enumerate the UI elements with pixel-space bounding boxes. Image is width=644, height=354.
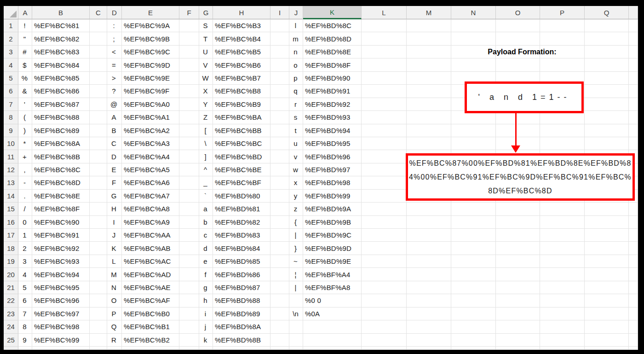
cell-R18[interactable] bbox=[629, 242, 638, 255]
cell-A12[interactable]: , bbox=[18, 163, 32, 176]
cell-N19[interactable] bbox=[451, 255, 496, 268]
cell-R6[interactable] bbox=[629, 85, 638, 98]
cell-I9[interactable] bbox=[270, 124, 289, 137]
cell-A20[interactable]: 4 bbox=[18, 268, 32, 281]
cell-R8[interactable] bbox=[629, 111, 638, 124]
cell-O18[interactable] bbox=[496, 242, 540, 255]
cell-M8[interactable] bbox=[407, 111, 451, 124]
cell-E19[interactable]: %EF%BC%AC bbox=[122, 255, 179, 268]
cell-Q5[interactable] bbox=[585, 72, 629, 85]
cell-H15[interactable]: %EF%BD%81 bbox=[213, 203, 270, 215]
cell-L5[interactable] bbox=[362, 72, 407, 85]
cell-R9[interactable] bbox=[629, 124, 638, 137]
column-header-D[interactable]: D bbox=[107, 6, 122, 19]
cell-C20[interactable] bbox=[90, 268, 107, 281]
cell-H22[interactable]: %EF%BD%88 bbox=[213, 294, 270, 307]
cell-E24[interactable]: %EF%BC%B1 bbox=[122, 320, 179, 333]
cell-K10[interactable]: %EF%BD%95 bbox=[303, 137, 362, 150]
cell-K5[interactable]: %EF%BD%90 bbox=[303, 72, 362, 85]
cell-L10[interactable] bbox=[362, 137, 407, 150]
cell-J21[interactable]: | bbox=[289, 281, 303, 294]
column-header-partial[interactable] bbox=[629, 6, 638, 19]
cell-B12[interactable]: %EF%BC%8C bbox=[32, 163, 90, 176]
cell-L2[interactable] bbox=[362, 32, 407, 45]
cell-K18[interactable]: %EF%BD%9D bbox=[303, 242, 362, 255]
cell-J16[interactable]: { bbox=[289, 216, 303, 229]
cell-H2[interactable]: %EF%BC%B4 bbox=[213, 32, 270, 45]
cell-O16[interactable] bbox=[496, 216, 540, 229]
cell-L7[interactable] bbox=[362, 98, 407, 111]
cell-H8[interactable]: %EF%BC%BA bbox=[213, 111, 270, 124]
cell-J4[interactable]: o bbox=[289, 58, 303, 71]
cell-Q8[interactable] bbox=[585, 111, 629, 124]
cell-L12[interactable] bbox=[362, 163, 407, 176]
cell-B8[interactable]: %EF%BC%88 bbox=[32, 111, 90, 124]
cell-A5[interactable]: % bbox=[18, 72, 32, 85]
cell-C18[interactable] bbox=[90, 242, 107, 255]
cell-Q20[interactable] bbox=[585, 268, 629, 281]
cell-K17[interactable]: %EF%BD%9C bbox=[303, 229, 362, 242]
cell-O24[interactable] bbox=[496, 320, 540, 333]
cell-C16[interactable] bbox=[90, 216, 107, 229]
cell-J17[interactable]: | bbox=[289, 229, 303, 242]
cell-P1[interactable] bbox=[540, 19, 585, 32]
cell-F3[interactable] bbox=[179, 46, 199, 58]
cell-A11[interactable]: + bbox=[18, 150, 32, 163]
row-header-2[interactable]: 2 bbox=[4, 32, 18, 45]
cell-J13[interactable]: x bbox=[289, 176, 303, 189]
cell-B13[interactable]: %EF%BC%8D bbox=[32, 176, 90, 189]
cell-I8[interactable] bbox=[270, 111, 289, 124]
cell-E18[interactable]: %EF%BC%AB bbox=[122, 242, 179, 255]
cell-P4[interactable] bbox=[540, 58, 585, 71]
cell-I15[interactable] bbox=[270, 203, 289, 215]
cell-B10[interactable]: %EF%BC%8A bbox=[32, 137, 90, 150]
cell-J20[interactable]: ¦ bbox=[289, 268, 303, 281]
row-header-9[interactable]: 9 bbox=[4, 124, 18, 137]
cell-Q2[interactable] bbox=[585, 32, 629, 45]
cell-O26[interactable] bbox=[496, 347, 540, 350]
cell-L26[interactable] bbox=[362, 347, 407, 350]
cell-A4[interactable]: $ bbox=[18, 58, 32, 71]
cell-H23[interactable]: %EF%BD%89 bbox=[213, 308, 270, 320]
cell-L3[interactable] bbox=[362, 46, 407, 58]
cell-L4[interactable] bbox=[362, 58, 407, 71]
column-header-E[interactable]: E bbox=[122, 6, 179, 19]
cell-D21[interactable]: N bbox=[107, 281, 122, 294]
cell-L1[interactable] bbox=[362, 19, 407, 32]
cell-E8[interactable]: %EF%BC%A1 bbox=[122, 111, 179, 124]
cell-D12[interactable]: E bbox=[107, 163, 122, 176]
cell-B18[interactable]: %EF%BC%92 bbox=[32, 242, 90, 255]
cell-G12[interactable]: ^ bbox=[199, 163, 213, 176]
cell-R4[interactable] bbox=[629, 58, 638, 71]
cell-I14[interactable] bbox=[270, 190, 289, 203]
cell-B16[interactable]: %EF%BC%90 bbox=[32, 216, 90, 229]
cell-B17[interactable]: %EF%BC%91 bbox=[32, 229, 90, 242]
cell-E5[interactable]: %EF%BC%9E bbox=[122, 72, 179, 85]
row-header-14[interactable]: 14 bbox=[4, 190, 18, 203]
cell-J10[interactable]: u bbox=[289, 137, 303, 150]
cell-C25[interactable] bbox=[90, 334, 107, 347]
cell-O15[interactable] bbox=[496, 203, 540, 215]
cell-K26[interactable] bbox=[303, 347, 362, 350]
cell-E1[interactable]: %EF%BC%9A bbox=[122, 19, 179, 32]
cell-O4[interactable] bbox=[496, 58, 540, 71]
cell-K23[interactable]: %0A bbox=[303, 308, 362, 320]
cell-J9[interactable]: t bbox=[289, 124, 303, 137]
cell-C6[interactable] bbox=[90, 85, 107, 98]
cell-F4[interactable] bbox=[179, 58, 199, 71]
cell-J2[interactable]: m bbox=[289, 32, 303, 45]
cell-A14[interactable]: . bbox=[18, 190, 32, 203]
cell-J25[interactable] bbox=[289, 334, 303, 347]
cell-J26[interactable] bbox=[289, 347, 303, 350]
cell-E20[interactable]: %EF%BC%AD bbox=[122, 268, 179, 281]
cell-B11[interactable]: %EF%BC%8B bbox=[32, 150, 90, 163]
cell-F21[interactable] bbox=[179, 281, 199, 294]
cell-E13[interactable]: %EF%BC%A6 bbox=[122, 176, 179, 189]
cell-E2[interactable]: %EF%BC%9B bbox=[122, 32, 179, 45]
cell-I7[interactable] bbox=[270, 98, 289, 111]
cell-F13[interactable] bbox=[179, 176, 199, 189]
cell-M7[interactable] bbox=[407, 98, 451, 111]
cell-G16[interactable]: b bbox=[199, 216, 213, 229]
cell-D2[interactable]: ; bbox=[107, 32, 122, 45]
cell-E17[interactable]: %EF%BC%AA bbox=[122, 229, 179, 242]
